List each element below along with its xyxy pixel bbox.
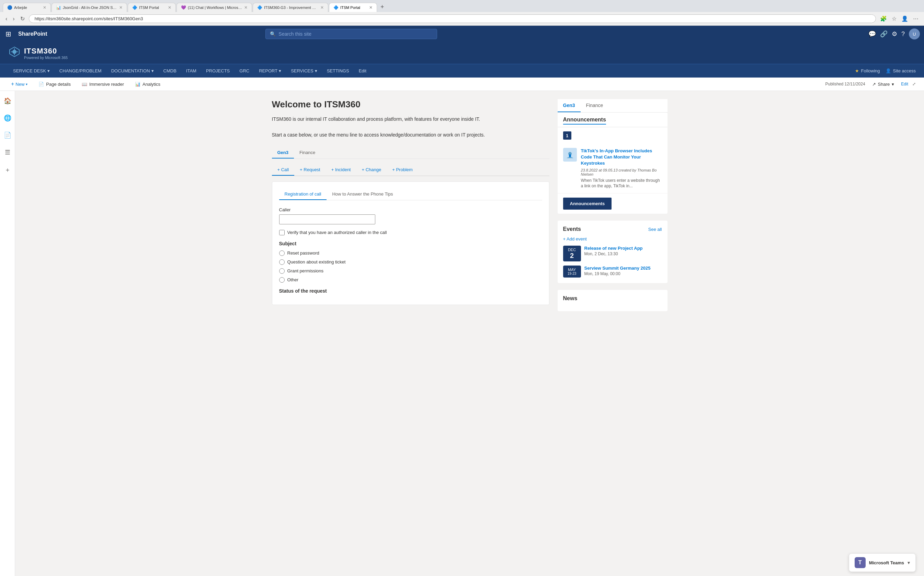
events-see-all[interactable]: See all: [648, 227, 662, 232]
new-button[interactable]: + New ▾: [8, 80, 30, 88]
nav-item-settings[interactable]: SETTINGS: [322, 64, 354, 78]
right-tab-finance[interactable]: Finance: [581, 99, 609, 112]
tab-close-1[interactable]: ✕: [43, 5, 47, 10]
expand-icon[interactable]: ⤢: [912, 82, 916, 86]
nav-item-change-problem[interactable]: CHANGE/PROBLEM: [55, 64, 106, 78]
tab-close-4[interactable]: ✕: [244, 5, 247, 10]
announcement-title[interactable]: TikTok's In-App Browser Includes Code Th…: [581, 148, 662, 167]
immersive-reader-icon: 📖: [82, 82, 87, 87]
share-icon[interactable]: 🔗: [880, 30, 888, 38]
announcements-button[interactable]: Announcements: [563, 198, 612, 210]
radio-grant-permissions-input[interactable]: [279, 268, 285, 274]
tab-close-6[interactable]: ✕: [369, 5, 372, 10]
right-tab-gen3[interactable]: Gen3: [558, 99, 581, 112]
tab-close-3[interactable]: ✕: [168, 5, 171, 10]
new-tab-button[interactable]: +: [379, 2, 386, 12]
ms-teams-label: Microsoft Teams: [869, 560, 904, 565]
profile-icon[interactable]: 👤: [900, 15, 910, 22]
nav-item-documentation[interactable]: DOCUMENTATION ▾: [106, 64, 159, 78]
share-button[interactable]: ↗ Share ▾: [869, 80, 897, 88]
plus-icon: +: [11, 81, 14, 87]
browser-tab-2[interactable]: 📊 JsonGrid - All-In-One JSON Solu... ✕: [51, 3, 127, 12]
browser-tab-4[interactable]: 💜 (11) Chat | Workflows | Microsoft... ✕: [176, 3, 252, 12]
waffle-icon[interactable]: ⊞: [4, 29, 13, 40]
page-details-button[interactable]: 📄 Page details: [36, 80, 74, 88]
chat-icon[interactable]: 💬: [868, 30, 876, 38]
document-icon[interactable]: 📄: [2, 130, 13, 141]
tab-title-4: (11) Chat | Workflows | Microsoft...: [188, 5, 242, 10]
nav-item-report[interactable]: REPORT ▾: [254, 64, 286, 78]
edit-button[interactable]: Edit: [901, 82, 908, 86]
search-input[interactable]: [279, 31, 433, 37]
settings-icon[interactable]: ⚙: [892, 30, 897, 38]
action-tab-change[interactable]: + Change: [356, 164, 387, 176]
verify-checkbox[interactable]: [279, 230, 285, 235]
add-icon[interactable]: ＋: [2, 164, 13, 176]
search-box[interactable]: 🔍: [265, 29, 437, 39]
page-description-2: Start a case below, or use the menu line…: [272, 131, 549, 139]
home-icon[interactable]: 🏠: [2, 95, 13, 107]
site-access-button[interactable]: 👤 Site access: [886, 68, 916, 74]
analytics-icon: 📊: [135, 82, 140, 87]
settings-icon[interactable]: ⋯: [912, 15, 920, 22]
list-icon[interactable]: ☰: [3, 147, 12, 158]
star-icon: ★: [855, 68, 859, 74]
radio-reset-password: Reset password: [279, 250, 542, 256]
event-title-1[interactable]: Release of new Project App: [584, 246, 643, 251]
event-title-2[interactable]: Serview Summit Germany 2025: [584, 266, 651, 271]
forward-button[interactable]: ›: [11, 14, 16, 23]
immersive-reader-label: Immersive reader: [89, 82, 124, 87]
nav-item-service-desk[interactable]: SERVICE DESK ▾: [8, 64, 55, 78]
refresh-button[interactable]: ↻: [19, 14, 26, 23]
ms-teams-widget[interactable]: T Microsoft Teams ▾: [849, 554, 916, 572]
add-event-button[interactable]: + Add event: [563, 236, 662, 242]
action-tab-request[interactable]: + Request: [294, 164, 326, 176]
favorites-icon[interactable]: ☆: [890, 15, 898, 22]
globe-icon[interactable]: 🌐: [2, 112, 13, 124]
share-label: Share: [878, 82, 890, 87]
tab-close-2[interactable]: ✕: [119, 5, 123, 10]
caller-input[interactable]: [279, 214, 375, 224]
radio-other-input[interactable]: [279, 277, 285, 283]
back-button[interactable]: ‹: [4, 14, 9, 23]
analytics-button[interactable]: 📊 Analytics: [132, 80, 163, 88]
itsm-logo[interactable]: ITSM360 Powered by Microsoft 365: [8, 46, 916, 64]
event-range-2: 19-23: [566, 272, 578, 275]
user-avatar[interactable]: U: [909, 29, 920, 40]
form-tab-registration[interactable]: Registration of call: [279, 189, 327, 200]
event-month-1: DEC: [566, 248, 578, 252]
sharepoint-brand[interactable]: SharePoint: [18, 31, 47, 37]
chevron-down-icon: ▾: [26, 82, 27, 86]
browser-tab-3[interactable]: 🔷 ITSM Portal ✕: [128, 3, 176, 12]
page-title: Welcome to ITSM360: [272, 99, 549, 110]
action-tab-incident[interactable]: + Incident: [326, 164, 356, 176]
browser-tab-5[interactable]: 🔷 ITSM360-G3 - Improvement Mar... ✕: [253, 3, 328, 12]
tab-gen3[interactable]: Gen3: [272, 147, 294, 158]
address-bar[interactable]: https://itsm360site.sharepoint.com/sites…: [29, 14, 876, 23]
tab-favicon-1: 🔵: [7, 5, 12, 10]
tab-finance[interactable]: Finance: [294, 147, 321, 158]
nav-item-projects[interactable]: PROJECTS: [201, 64, 234, 78]
nav-item-edit[interactable]: Edit: [354, 64, 371, 78]
tab-close-5[interactable]: ✕: [320, 5, 324, 10]
immersive-reader-button[interactable]: 📖 Immersive reader: [79, 80, 127, 88]
nav-item-itam[interactable]: ITAM: [181, 64, 201, 78]
help-icon[interactable]: ?: [902, 30, 905, 38]
radio-existing-ticket-input[interactable]: [279, 259, 285, 265]
toolbar-right: Published 12/11/2024 ↗ Share ▾ Edit ⤢: [825, 80, 916, 88]
content-tabs: Gen3 Finance: [272, 147, 549, 159]
subject-label: Subject: [279, 241, 542, 246]
nav-item-services[interactable]: SERVICES ▾: [286, 64, 322, 78]
browser-tab-6[interactable]: 🔷 ITSM Portal ✕: [329, 3, 377, 12]
form-tab-tips[interactable]: How to Answer the Phone Tips: [327, 189, 398, 200]
extensions-icon[interactable]: 🧩: [879, 15, 888, 22]
following-button[interactable]: ★ Following: [855, 68, 880, 74]
radio-reset-password-input[interactable]: [279, 250, 285, 256]
browser-tab-1[interactable]: 🔵 Arbejde ✕: [3, 3, 51, 12]
tab-title-3: ITSM Portal: [139, 5, 166, 10]
action-tab-call[interactable]: + Call: [272, 164, 295, 176]
action-tab-problem[interactable]: + Problem: [387, 164, 418, 176]
tab-favicon-4: 💜: [181, 5, 186, 10]
nav-item-grc[interactable]: GRC: [234, 64, 254, 78]
nav-item-cmdb[interactable]: CMDB: [159, 64, 181, 78]
